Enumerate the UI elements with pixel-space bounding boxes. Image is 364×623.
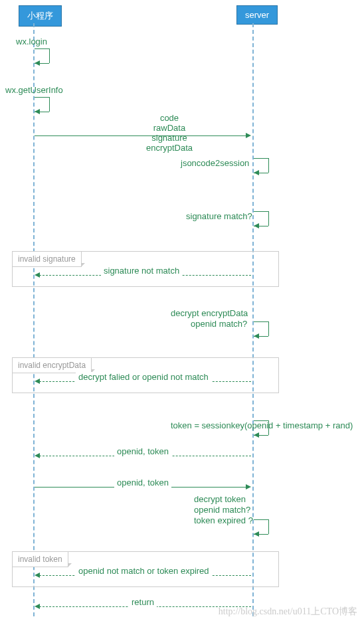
- label-decrypt-token: decrypt token: [194, 494, 246, 504]
- participant-server: server: [236, 5, 278, 25]
- label-return: return: [129, 597, 157, 607]
- msg-send-data: code rawData signature encryptData: [35, 113, 251, 153]
- label-encryptdata: encryptData: [88, 143, 251, 153]
- label-rawdata: rawData: [88, 123, 251, 133]
- label-jsoncode: jsoncode2session: [181, 158, 249, 168]
- label-decrypt-failed: decrypt falied or openid not match: [76, 372, 211, 382]
- alt-label-invalid-sig: invalid signature: [13, 252, 82, 267]
- label-sig-not-match: signature not match: [101, 266, 182, 276]
- alt-label-invalid-enc: invalid encryptData: [13, 358, 92, 373]
- arrowhead-icon: [35, 453, 40, 458]
- label-openid-token2: openid, token: [114, 478, 171, 488]
- label-token-expired: token expired ?: [194, 515, 253, 525]
- label-login: wx.login: [16, 37, 47, 46]
- label-tokengen: token = sessionkey(openid + timestamp + …: [171, 420, 353, 430]
- arrowhead-icon: [35, 272, 40, 278]
- label-sigmatch: signature match?: [186, 211, 252, 221]
- arrowhead-icon: [246, 484, 251, 490]
- participant-client: 小程序: [19, 5, 62, 27]
- label-openid-token: openid, token: [114, 446, 171, 456]
- arrowhead-icon: [35, 573, 40, 578]
- label-openid-match2: openid match?: [194, 505, 250, 515]
- arrowhead-icon: [35, 379, 40, 384]
- arrowhead-icon: [246, 133, 251, 138]
- watermark: http://blog.csdn.net/u011上CTO博客: [219, 606, 357, 618]
- label-token-failed: openid not match or token expired: [76, 566, 212, 576]
- alt-label-invalid-tok: invalid token: [13, 552, 68, 567]
- arrowhead-icon: [35, 604, 40, 609]
- label-decrypt-encrypt: decrypt encryptData: [171, 308, 248, 318]
- label-signature: signature: [88, 133, 251, 143]
- label-code: code: [88, 113, 251, 123]
- label-getuserinfo: wx.getUserInfo: [5, 85, 63, 95]
- label-openid-match: openid match?: [191, 319, 247, 329]
